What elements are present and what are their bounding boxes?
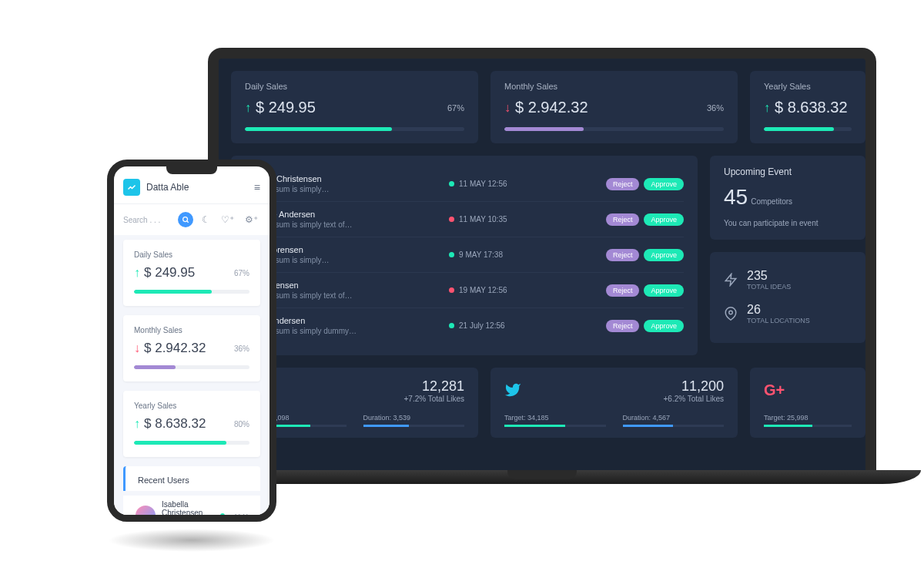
- table-row: Isabella ChristensenLorem Ipsum is simpl…: [245, 166, 684, 202]
- table-row: Karla SorensenLorem Ipsum is simply…9 MA…: [245, 237, 684, 273]
- tw-dur-label: Duration:: [623, 414, 651, 422]
- phone-user-name: Isabella Christensen: [162, 500, 214, 515]
- approve-button[interactable]: Approve: [644, 249, 684, 261]
- search-input[interactable]: Search . . .: [123, 216, 172, 224]
- yearly-sales-bar: [764, 127, 852, 131]
- approve-button[interactable]: Approve: [644, 213, 684, 226]
- arrow-up-icon: ↑: [134, 417, 140, 431]
- yearly-sales-label: Yearly Sales: [764, 82, 852, 91]
- phone-monthly-value: $ 2.942.32: [144, 341, 206, 356]
- table-row: Mathilde AndersenLorem Ipsum is simply t…: [245, 202, 684, 237]
- svg-point-2: [183, 217, 188, 222]
- lightning-icon: [724, 273, 738, 287]
- phone-yearly-bar: [134, 441, 249, 445]
- googleplus-icon: G+: [764, 381, 785, 399]
- total-ideas-row: 235TOTAL IDEAS: [724, 263, 852, 297]
- daily-sales-value: $ 249.95: [256, 99, 316, 116]
- event-count: 45: [724, 185, 748, 209]
- ideas-number: 235: [747, 269, 791, 283]
- status-dot-icon: [449, 217, 454, 222]
- svg-marker-0: [725, 274, 736, 286]
- total-locations-row: 26TOTAL LOCATIONS: [724, 297, 852, 331]
- tw-sub: +6.2% Total Likes: [504, 395, 724, 403]
- status-dot-icon: [449, 323, 454, 328]
- app-title: Datta Able: [146, 182, 248, 193]
- monthly-sales-bar: [504, 127, 724, 131]
- social-row: 12,281 +7.2% Total Likes Target: 35,098 …: [219, 355, 865, 438]
- moon-icon[interactable]: ☾: [199, 214, 213, 225]
- fb-duration: 3,539: [393, 414, 411, 422]
- daily-sales-card: Daily Sales ↑$ 249.95 67%: [231, 71, 478, 143]
- phone-monthly-label: Monthly Sales: [134, 326, 249, 334]
- ideas-label: TOTAL IDEAS: [747, 283, 791, 291]
- phone-daily-pct: 67%: [234, 269, 249, 277]
- phone-screen: Datta Able ≡ Search . . . ☾ ♡⁺ ⚙⁺ Daily …: [114, 166, 270, 515]
- phone-toolbar: Search . . . ☾ ♡⁺ ⚙⁺: [114, 204, 270, 235]
- arrow-up-icon: ↑: [134, 266, 140, 280]
- locations-label: TOTAL LOCATIONS: [747, 317, 810, 324]
- app-logo-icon[interactable]: [123, 179, 140, 196]
- upcoming-event-card: Upcoming Event 45Competitors You can par…: [710, 156, 865, 240]
- phone-daily-bar: [134, 290, 249, 294]
- user-actions: RejectApprove: [606, 284, 684, 297]
- recent-users-card: Isabella ChristensenLorem Ipsum is simpl…: [231, 156, 698, 355]
- ideas-locations-card: 235TOTAL IDEAS 26TOTAL LOCATIONS: [710, 252, 865, 343]
- tw-duration: 4,567: [653, 414, 671, 422]
- laptop-screen: Daily Sales ↑$ 249.95 67% Monthly Sales …: [219, 59, 865, 438]
- gp-target: 25,998: [787, 414, 808, 422]
- phone-shadow: [108, 529, 276, 552]
- phone-notch: [166, 166, 217, 174]
- phone-daily-label: Daily Sales: [134, 250, 249, 259]
- main-row: Isabella ChristensenLorem Ipsum is simpl…: [219, 143, 865, 355]
- event-title: Upcoming Event: [724, 166, 852, 177]
- search-button[interactable]: [178, 212, 193, 227]
- phone-user-time: 11 M: [234, 512, 248, 516]
- monthly-sales-value: $ 2.942.32: [515, 99, 588, 116]
- phone-yearly-card: Yearly Sales ↑$ 8.638.3280%: [123, 391, 260, 457]
- tw-target: 34,185: [527, 414, 549, 422]
- fb-count: 12,281: [245, 378, 464, 395]
- laptop-frame: Daily Sales ↑$ 249.95 67% Monthly Sales …: [208, 48, 876, 470]
- phone-monthly-bar: [134, 365, 249, 369]
- approve-button[interactable]: Approve: [644, 178, 684, 190]
- arrow-down-icon: ↓: [504, 101, 511, 115]
- menu-icon[interactable]: ≡: [254, 181, 260, 193]
- user-time: 19 MAY 12:56: [449, 286, 606, 294]
- approve-button[interactable]: Approve: [644, 284, 684, 297]
- phone-yearly-label: Yearly Sales: [134, 402, 249, 410]
- status-dot-icon: [449, 287, 454, 293]
- reject-button[interactable]: Reject: [606, 249, 640, 261]
- reject-button[interactable]: Reject: [606, 284, 640, 297]
- svg-line-3: [187, 221, 189, 223]
- monthly-sales-card: Monthly Sales ↓$ 2.942.32 36%: [490, 71, 738, 143]
- event-count-label: Competitors: [751, 197, 792, 206]
- phone-user-row[interactable]: Isabella Christensen Lorem Ipsum is simp…: [123, 496, 260, 515]
- user-actions: RejectApprove: [606, 178, 684, 190]
- yearly-sales-value: $ 8.638.32: [775, 99, 848, 116]
- reject-button[interactable]: Reject: [606, 213, 640, 226]
- googleplus-card: G+ Target: 25,998: [750, 368, 865, 438]
- gp-target-label: Target:: [764, 414, 785, 422]
- svg-point-1: [729, 311, 733, 314]
- reject-button[interactable]: Reject: [606, 178, 640, 190]
- approve-button[interactable]: Approve: [644, 320, 684, 332]
- arrow-up-icon: ↑: [764, 101, 770, 115]
- fb-sub: +7.2% Total Likes: [245, 395, 464, 403]
- phone-frame: Datta Able ≡ Search . . . ☾ ♡⁺ ⚙⁺ Daily …: [107, 160, 276, 522]
- user-time: 21 July 12:56: [449, 321, 606, 330]
- tw-count: 11,200: [504, 378, 724, 395]
- reject-button[interactable]: Reject: [606, 320, 640, 332]
- side-column: Upcoming Event 45Competitors You can par…: [710, 156, 865, 355]
- phone-body: Daily Sales ↑$ 249.9567% Monthly Sales ↓…: [114, 235, 270, 515]
- locations-number: 26: [747, 303, 810, 317]
- bell-icon[interactable]: ♡⁺: [219, 214, 236, 225]
- phone-monthly-pct: 36%: [234, 344, 249, 353]
- user-actions: RejectApprove: [606, 213, 684, 226]
- arrow-down-icon: ↓: [134, 341, 140, 355]
- gear-icon[interactable]: ⚙⁺: [243, 214, 260, 225]
- user-actions: RejectApprove: [606, 320, 684, 332]
- event-note: You can participate in event: [724, 219, 852, 227]
- user-actions: RejectApprove: [606, 249, 684, 261]
- phone-yearly-pct: 80%: [234, 420, 249, 428]
- phone-daily-value: $ 249.95: [144, 265, 195, 281]
